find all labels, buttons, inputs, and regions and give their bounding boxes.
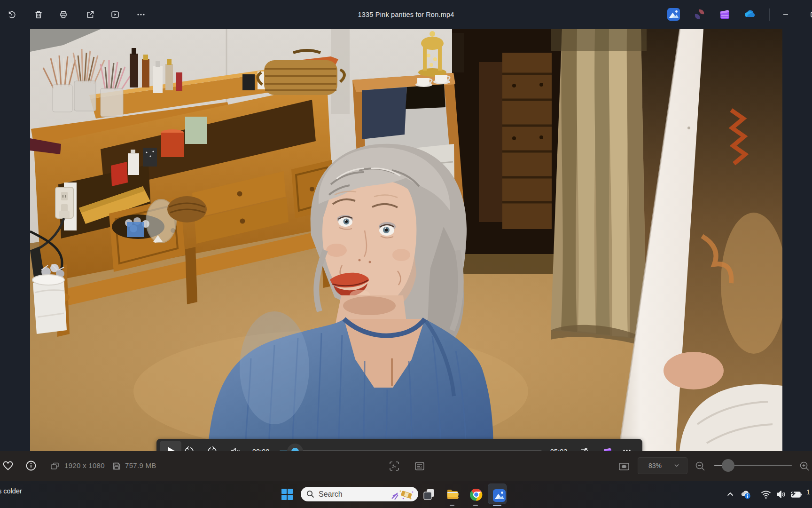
chevron-down-icon: [674, 462, 679, 469]
start-button[interactable]: [279, 486, 295, 502]
photos-app-icon[interactable]: [667, 8, 680, 21]
photos-active-indicator: [493, 505, 501, 506]
toolbar-divider: [769, 8, 770, 21]
wifi-icon[interactable]: [759, 488, 773, 501]
photos-app-window: 1335 Pink panties for Ron.mp4: [0, 0, 812, 508]
file-explorer-icon[interactable]: [445, 486, 461, 502]
battery-charging-icon[interactable]: [789, 488, 803, 501]
photos-taskbar-active-button[interactable]: [488, 484, 507, 504]
minimize-button[interactable]: [778, 7, 794, 23]
window-title: 1335 Pink panties for Ron.mp4: [265, 0, 547, 29]
text-actions-icon[interactable]: [414, 460, 426, 472]
maximize-button[interactable]: [805, 7, 812, 23]
video-frame[interactable]: [30, 29, 782, 451]
photos-taskbar-icon: [491, 487, 507, 503]
viewer-stage: 10 30 00:08 05:: [0, 29, 812, 451]
designer-app-icon[interactable]: [693, 8, 706, 21]
slideshow-icon[interactable]: [109, 8, 122, 21]
zoom-level-dropdown[interactable]: 83%: [638, 457, 687, 474]
title-bar: 1335 Pink panties for Ron.mp4: [0, 0, 812, 29]
share-icon[interactable]: [84, 8, 97, 21]
file-size-value: 757.9 MB: [125, 461, 156, 469]
file-info-icon[interactable]: [25, 460, 37, 472]
file-size-icon: [112, 461, 121, 471]
resolution-value: 1920 x 1080: [64, 461, 105, 469]
video-scene: [30, 29, 782, 451]
onedrive-tray-icon[interactable]: [740, 488, 753, 501]
tray-show-hidden-icon[interactable]: [724, 488, 737, 501]
rotate-icon[interactable]: [5, 8, 18, 21]
visual-search-icon[interactable]: [388, 460, 400, 472]
orange-tin: [161, 129, 184, 157]
status-bar: 1920 x 1080 757.9 MB: [0, 451, 812, 481]
windows-taskbar: s colder: [0, 481, 812, 508]
taskbar-search[interactable]: [301, 487, 418, 501]
search-input[interactable]: [319, 490, 380, 499]
onedrive-app-icon[interactable]: [743, 8, 756, 21]
search-icon: [306, 490, 314, 498]
weather-widget-fragment[interactable]: s colder: [0, 487, 22, 495]
resolution-icon: [50, 461, 60, 472]
tray-clock-fragment[interactable]: 1: [806, 488, 810, 496]
zoom-out-icon[interactable]: [695, 460, 706, 472]
explorer-running-indicator: [450, 505, 454, 506]
volume-icon[interactable]: [774, 488, 788, 501]
task-view-button[interactable]: [421, 486, 437, 502]
favorite-heart-icon[interactable]: [2, 460, 14, 472]
zoom-in-icon[interactable]: [799, 460, 810, 472]
curtain: [551, 29, 647, 347]
print-icon[interactable]: [57, 8, 70, 21]
clipchamp-app-icon[interactable]: [718, 8, 731, 21]
zoom-level-value: 83%: [648, 462, 662, 469]
fit-to-window-icon[interactable]: [618, 460, 630, 473]
search-highlight-art: [390, 488, 415, 500]
see-more-icon[interactable]: [134, 8, 148, 21]
zoom-slider-thumb[interactable]: [722, 459, 734, 472]
chrome-icon[interactable]: [468, 486, 484, 502]
delete-icon[interactable]: [32, 8, 45, 21]
chrome-running-indicator: [473, 505, 478, 506]
